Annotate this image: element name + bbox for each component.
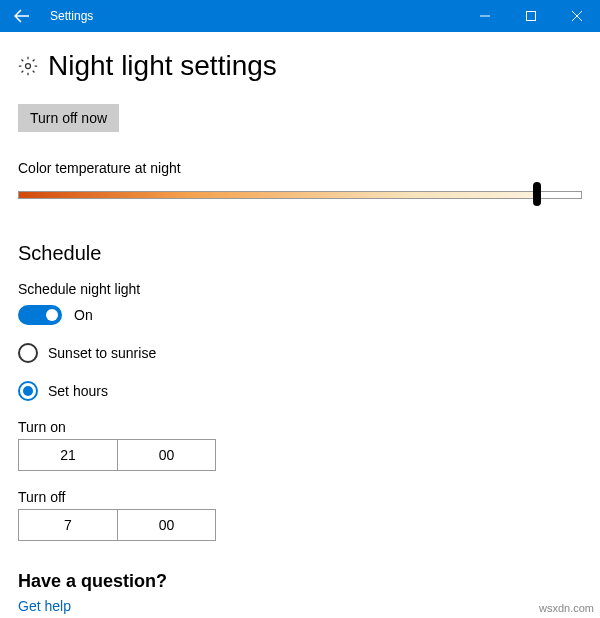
radio-sunset-to-sunrise[interactable]: Sunset to sunrise <box>18 343 582 363</box>
schedule-toggle[interactable] <box>18 305 62 325</box>
radio-icon <box>18 381 38 401</box>
turn-on-hour[interactable]: 21 <box>19 440 117 470</box>
turn-on-time[interactable]: 21 00 <box>18 439 216 471</box>
color-temp-slider[interactable] <box>18 184 582 206</box>
get-help-link[interactable]: Get help <box>18 598 71 614</box>
watermark: wsxdn.com <box>539 602 594 614</box>
slider-thumb[interactable] <box>533 182 541 206</box>
svg-rect-1 <box>527 12 536 21</box>
schedule-toggle-state: On <box>74 307 93 323</box>
page-title-row: Night light settings <box>18 50 582 82</box>
content: Night light settings Turn off now Color … <box>0 32 600 615</box>
color-temp-label: Color temperature at night <box>18 160 582 176</box>
gear-icon <box>18 56 38 76</box>
minimize-button[interactable] <box>462 0 508 32</box>
radio-label: Sunset to sunrise <box>48 345 156 361</box>
turn-off-label: Turn off <box>18 489 582 505</box>
close-button[interactable] <box>554 0 600 32</box>
window-title: Settings <box>44 9 462 23</box>
radio-icon <box>18 343 38 363</box>
turn-off-now-button[interactable]: Turn off now <box>18 104 119 132</box>
radio-label: Set hours <box>48 383 108 399</box>
schedule-toggle-label: Schedule night light <box>18 281 582 297</box>
turn-off-hour[interactable]: 7 <box>19 510 117 540</box>
schedule-heading: Schedule <box>18 242 582 265</box>
maximize-button[interactable] <box>508 0 554 32</box>
page-title: Night light settings <box>48 50 277 82</box>
window-controls <box>462 0 600 32</box>
turn-on-minute[interactable]: 00 <box>117 440 215 470</box>
titlebar: Settings <box>0 0 600 32</box>
turn-on-label: Turn on <box>18 419 582 435</box>
help-heading: Have a question? <box>18 571 582 592</box>
svg-point-4 <box>26 64 31 69</box>
turn-off-time[interactable]: 7 00 <box>18 509 216 541</box>
back-button[interactable] <box>0 0 44 32</box>
radio-set-hours[interactable]: Set hours <box>18 381 582 401</box>
turn-off-minute[interactable]: 00 <box>117 510 215 540</box>
